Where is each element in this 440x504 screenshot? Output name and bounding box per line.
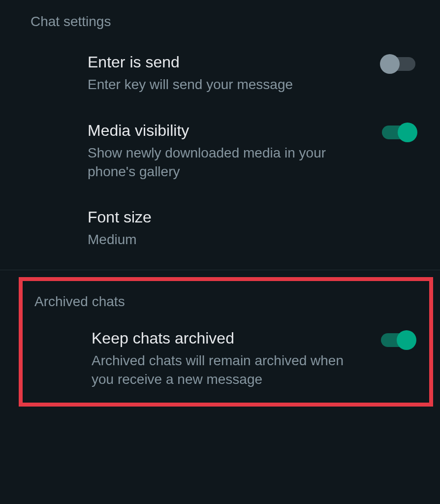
media-visibility-content: Media visibility Show newly downloaded m…: [88, 122, 382, 181]
keep-chats-archived-content: Keep chats archived Archived chats will …: [92, 329, 381, 389]
enter-is-send-content: Enter is send Enter key will send your m…: [88, 53, 382, 94]
keep-chats-archived-subtitle: Archived chats will remain archived when…: [92, 351, 366, 389]
keep-chats-archived-toggle[interactable]: [381, 333, 414, 347]
media-visibility-row[interactable]: Media visibility Show newly downloaded m…: [0, 108, 440, 195]
keep-chats-archived-row[interactable]: Keep chats archived Archived chats will …: [23, 317, 429, 398]
font-size-subtitle: Medium: [88, 230, 401, 249]
enter-is-send-toggle[interactable]: [382, 57, 415, 71]
chat-settings-header: Chat settings: [0, 0, 440, 39]
font-size-row[interactable]: Font size Medium: [0, 194, 440, 263]
toggle-knob: [397, 330, 416, 350]
chat-settings-section: Chat settings Enter is send Enter key wi…: [0, 0, 440, 263]
enter-is-send-subtitle: Enter key will send your message: [88, 75, 367, 94]
toggle-knob: [380, 54, 400, 74]
media-visibility-title: Media visibility: [88, 122, 367, 140]
media-visibility-toggle[interactable]: [382, 126, 415, 139]
archived-chats-header: Archived chats: [23, 281, 429, 317]
media-visibility-subtitle: Show newly downloaded media in your phon…: [88, 144, 367, 181]
enter-is-send-title: Enter is send: [88, 53, 367, 71]
toggle-knob: [398, 123, 417, 142]
font-size-title: Font size: [88, 208, 401, 226]
section-divider: [0, 270, 440, 270]
keep-chats-archived-title: Keep chats archived: [92, 329, 366, 347]
enter-is-send-row[interactable]: Enter is send Enter key will send your m…: [0, 39, 440, 108]
archived-chats-highlighted-section: Archived chats Keep chats archived Archi…: [19, 277, 433, 407]
font-size-content: Font size Medium: [88, 208, 415, 249]
